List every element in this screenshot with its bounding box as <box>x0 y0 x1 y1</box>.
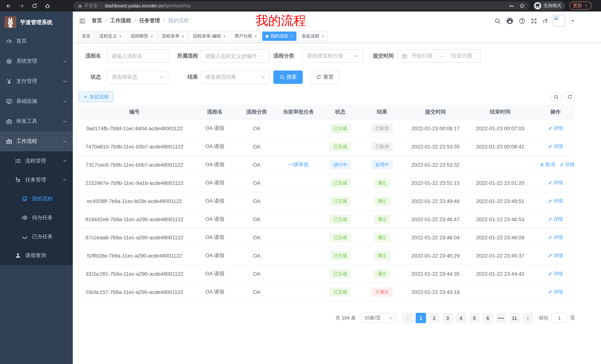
chevron-icon <box>63 59 67 63</box>
result-badge: 通过 <box>374 269 390 278</box>
breadcrumb-item-workflow[interactable]: 工作流程 <box>110 18 131 24</box>
page-button-5[interactable]: 5 <box>469 313 480 323</box>
tab-close-icon[interactable]: × <box>182 34 184 38</box>
search-icon[interactable] <box>494 18 501 24</box>
breadcrumb-item-home[interactable]: 首页 <box>92 18 102 24</box>
page-button-3[interactable]: 3 <box>442 313 453 323</box>
cancel-icon <box>540 163 544 167</box>
reload-icon[interactable] <box>31 3 38 9</box>
avatar-caret-down-icon[interactable] <box>571 19 575 23</box>
cell-process-name: OA 请假 <box>190 270 240 277</box>
create-process-button[interactable]: 发起流程 <box>79 92 113 102</box>
tab-item[interactable]: 流程表单-编辑 × <box>190 31 229 41</box>
app-logo[interactable]: 芋道管理系统 <box>0 11 73 31</box>
filter-time-range[interactable]: 开始日期 - 结束日期 <box>397 49 481 63</box>
url-path: /bpm/task/my <box>163 3 191 8</box>
action-detail-link[interactable]: 详情 <box>559 161 575 168</box>
tab-item[interactable]: 流程模型 × <box>127 31 156 41</box>
page-button-2[interactable]: 2 <box>429 313 440 323</box>
page-button-6[interactable]: 6 <box>482 313 493 323</box>
help-icon[interactable] <box>519 18 525 24</box>
prev-page-button[interactable]: ‹ <box>402 313 413 323</box>
tab-item[interactable]: 用户分组 × <box>231 31 260 41</box>
action-detail-link[interactable]: 详情 <box>548 252 563 259</box>
page-button-1[interactable]: 1 <box>416 313 426 323</box>
sidebar-menu-item[interactable]: 已办任务 <box>0 227 73 246</box>
action-detail-link[interactable]: 详情 <box>548 198 563 204</box>
tab-close-icon[interactable]: × <box>322 34 324 38</box>
browser-menu-dots-icon[interactable] <box>584 3 588 8</box>
col-status: 状态 <box>323 109 357 115</box>
browser-update-button[interactable]: 更新 <box>570 1 592 10</box>
briefcase-icon <box>6 138 12 144</box>
action-detail-link[interactable]: 详情 <box>548 270 563 277</box>
key-icon[interactable] <box>509 3 514 8</box>
search-button[interactable]: 搜索 <box>273 70 303 84</box>
action-detail-link[interactable]: 详情 <box>548 216 563 223</box>
search-icon <box>553 94 559 99</box>
sidebar-menu-item[interactable]: 系统管理 <box>0 51 73 71</box>
back-icon[interactable] <box>6 3 11 9</box>
font-size-icon[interactable]: TT <box>542 18 548 24</box>
table-row: 819442e8-7b9a-11ec-a290-acde48001122 OA … <box>79 211 575 229</box>
page-ellipsis[interactable]: ••• <box>496 313 506 323</box>
tab-close-icon[interactable]: × <box>119 34 122 38</box>
page-size-select[interactable]: 10条/页 <box>361 313 396 323</box>
tab-item[interactable]: 流程定义 × <box>96 31 125 41</box>
tab-close-icon[interactable]: × <box>223 34 226 38</box>
forward-icon[interactable] <box>19 3 25 9</box>
edit-icon <box>559 163 564 167</box>
sidebar-menu-item[interactable]: 我的流程 <box>0 189 73 208</box>
sidebar-menu-item[interactable]: 研发工具 <box>0 111 73 131</box>
bookmark-star-icon[interactable] <box>519 3 525 9</box>
filter-name-label: 流程名 <box>85 53 101 59</box>
cell-category: OA <box>240 253 274 259</box>
filter-result-select[interactable]: 请选择流结果 <box>200 70 270 84</box>
tab-close-icon[interactable]: × <box>290 34 293 38</box>
toolbar-search-button[interactable] <box>551 92 561 102</box>
avatar[interactable] <box>553 15 565 27</box>
sidebar-menu-item[interactable]: 工作流程 <box>0 131 73 151</box>
tab-close-icon[interactable]: × <box>150 34 153 38</box>
page-button-11[interactable]: 11 <box>509 313 520 323</box>
next-page-button[interactable]: › <box>523 313 533 323</box>
cell-end-time: 2022-01-22 23:44:42 <box>464 271 536 277</box>
address-bar[interactable]: 不安全 dashboard.yudao.iocoder.cn /bpm/task… <box>73 1 529 10</box>
tab-item[interactable]: 流程表单 × <box>158 31 188 41</box>
breadcrumb-item-task[interactable]: 任务管理 <box>139 18 160 24</box>
github-icon[interactable] <box>506 17 513 24</box>
date-start-placeholder: 开始日期 <box>412 53 432 59</box>
action-detail-link[interactable]: 详情 <box>548 143 563 150</box>
filter-status-select[interactable]: 请选择状态 <box>107 70 168 84</box>
sidebar-menu-item[interactable]: 首页 <box>0 31 73 51</box>
tab-item[interactable]: 首页 <box>78 31 94 41</box>
status-badge: 已完成 <box>330 124 351 133</box>
goto-page-input[interactable] <box>551 313 568 323</box>
tab-item[interactable]: 发起流程 × <box>298 31 328 41</box>
action-detail-link[interactable]: 详情 <box>548 289 563 295</box>
action-detail-link[interactable]: 详情 <box>548 234 563 241</box>
sidebar-menu-item[interactable]: 流程管理 <box>0 151 73 170</box>
sidebar-menu-item[interactable]: 任务管理 <box>0 170 73 189</box>
action-detail-link[interactable]: 详情 <box>548 125 563 132</box>
tab-close-icon[interactable]: × <box>254 34 257 38</box>
action-cancel-link[interactable]: 取消 <box>540 161 555 168</box>
reset-button[interactable]: 重置 <box>310 70 340 84</box>
filter-name-input[interactable] <box>107 49 168 63</box>
home-icon[interactable] <box>45 3 50 9</box>
sidebar-toggle-icon[interactable] <box>79 17 86 24</box>
sidebar-menu-item[interactable]: 待办任务 <box>0 208 73 227</box>
toolbar-refresh-button[interactable] <box>565 92 575 102</box>
sidebar-menu-item[interactable]: 支付管理 <box>0 71 73 91</box>
sidebar-menu-item[interactable]: 基础设施 <box>0 91 73 111</box>
sidebar-menu-item[interactable]: 请假查询 <box>0 246 73 265</box>
action-detail-link[interactable]: 详情 <box>548 180 563 186</box>
cell-process-id: 331bc281-7b9a-11ec-a290-acde48001122 <box>79 271 190 277</box>
page-button-4[interactable]: 4 <box>456 313 466 323</box>
filter-category-select[interactable]: 请选择流程分类 <box>302 49 363 63</box>
fullscreen-icon[interactable] <box>531 18 537 24</box>
tab-item[interactable]: 我的流程 × <box>262 31 296 41</box>
current-task-link[interactable]: 一级审批 <box>288 161 309 167</box>
filter-definition-input[interactable] <box>200 49 270 63</box>
cell-submit-time: 2022-01-22 23:44:35 <box>407 271 464 277</box>
